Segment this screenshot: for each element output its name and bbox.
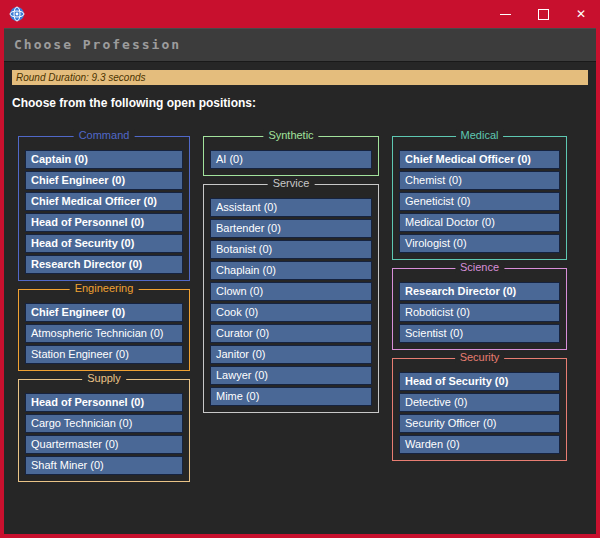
round-duration-bar: Round Duration: 9.3 seconds [12,70,588,85]
maximize-button[interactable] [524,0,562,28]
job-button-security-head-of-security[interactable]: Head of Security (0) [399,372,560,391]
job-button-service-lawyer[interactable]: Lawyer (0) [210,366,372,385]
job-button-science-research-director[interactable]: Research Director (0) [399,282,560,301]
job-button-security-warden[interactable]: Warden (0) [399,435,560,454]
dept-box-command: Command Captain (0) Chief Engineer (0) C… [18,136,190,281]
dept-legend-security: Security [455,351,505,363]
job-button-command-captain[interactable]: Captain (0) [25,150,183,169]
job-button-science-roboticist[interactable]: Roboticist (0) [399,303,560,322]
dept-legend-synthetic: Synthetic [263,129,318,141]
job-button-science-scientist[interactable]: Scientist (0) [399,324,560,343]
dept-legend-engineering: Engineering [70,282,139,294]
maximize-icon [538,9,549,20]
job-button-medical-chemist[interactable]: Chemist (0) [399,171,560,190]
job-button-supply-quartermaster[interactable]: Quartermaster (0) [25,435,183,454]
dept-legend-science: Science [455,261,504,273]
job-button-service-cook[interactable]: Cook (0) [210,303,372,322]
dept-legend-medical: Medical [456,129,504,141]
dept-box-security: Security Head of Security (0) Detective … [392,358,567,461]
job-button-medical-virologist[interactable]: Virologist (0) [399,234,560,253]
dialog-content: Round Duration: 9.3 seconds Choose from … [4,62,596,534]
job-button-command-head-of-security[interactable]: Head of Security (0) [25,234,183,253]
close-icon: ✕ [576,8,586,20]
window-body: Choose Profession Round Duration: 9.3 se… [4,28,596,534]
job-columns: Command Captain (0) Chief Engineer (0) C… [4,123,596,483]
dialog-title: Choose Profession [4,37,181,52]
titlebar: ✕ [0,0,600,28]
job-button-supply-head-of-personnel[interactable]: Head of Personnel (0) [25,393,183,412]
column-left: Command Captain (0) Chief Engineer (0) C… [18,129,190,483]
job-button-service-bartender[interactable]: Bartender (0) [210,219,372,238]
job-button-medical-chief-medical-officer[interactable]: Chief Medical Officer (0) [399,150,560,169]
job-button-service-chaplain[interactable]: Chaplain (0) [210,261,372,280]
close-button[interactable]: ✕ [562,0,600,28]
dept-box-synthetic: Synthetic AI (0) [203,136,379,176]
job-button-service-mime[interactable]: Mime (0) [210,387,372,406]
job-button-engineering-chief-engineer[interactable]: Chief Engineer (0) [25,303,183,322]
job-button-medical-geneticist[interactable]: Geneticist (0) [399,192,560,211]
application-window: ✕ Choose Profession Round Duration: 9.3 … [0,0,600,538]
job-button-command-research-director[interactable]: Research Director (0) [25,255,183,274]
dept-legend-command: Command [74,129,135,141]
dept-box-science: Science Research Director (0) Roboticist… [392,268,567,350]
minimize-button[interactable] [486,0,524,28]
job-button-service-janitor[interactable]: Janitor (0) [210,345,372,364]
job-button-service-assistant[interactable]: Assistant (0) [210,198,372,217]
job-button-engineering-atmospheric-technician[interactable]: Atmospheric Technician (0) [25,324,183,343]
dept-box-engineering: Engineering Chief Engineer (0) Atmospher… [18,289,190,371]
window-globe-icon [9,6,25,22]
dept-box-medical: Medical Chief Medical Officer (0) Chemis… [392,136,567,260]
job-button-command-chief-engineer[interactable]: Chief Engineer (0) [25,171,183,190]
job-button-security-detective[interactable]: Detective (0) [399,393,560,412]
dept-legend-service: Service [268,177,315,189]
job-button-command-chief-medical-officer[interactable]: Chief Medical Officer (0) [25,192,183,211]
dept-box-service: Service Assistant (0) Bartender (0) Bota… [203,184,379,413]
column-middle: Synthetic AI (0) Service Assistant (0) B… [203,129,379,414]
job-button-service-clown[interactable]: Clown (0) [210,282,372,301]
job-button-command-head-of-personnel[interactable]: Head of Personnel (0) [25,213,183,232]
dept-legend-supply: Supply [82,372,126,384]
dialog-header: Choose Profession [4,28,596,62]
column-right: Medical Chief Medical Officer (0) Chemis… [392,129,567,462]
job-button-supply-cargo-technician[interactable]: Cargo Technician (0) [25,414,183,433]
dept-box-supply: Supply Head of Personnel (0) Cargo Techn… [18,379,190,482]
minimize-icon [500,14,511,15]
job-button-security-security-officer[interactable]: Security Officer (0) [399,414,560,433]
job-button-service-botanist[interactable]: Botanist (0) [210,240,372,259]
job-button-medical-medical-doctor[interactable]: Medical Doctor (0) [399,213,560,232]
job-button-supply-shaft-miner[interactable]: Shaft Miner (0) [25,456,183,475]
instruction-text: Choose from the following open positions… [12,96,588,110]
job-button-synthetic-ai[interactable]: AI (0) [210,150,372,169]
job-button-engineering-station-engineer[interactable]: Station Engineer (0) [25,345,183,364]
job-button-service-curator[interactable]: Curator (0) [210,324,372,343]
